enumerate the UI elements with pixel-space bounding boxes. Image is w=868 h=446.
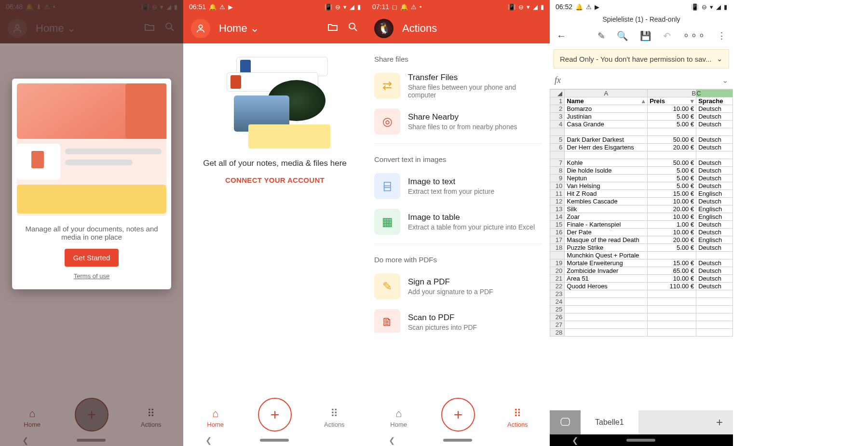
cell[interactable]: Bomarzo — [565, 105, 648, 113]
spreadsheet-grid[interactable]: ◢ A B C 1 Name ▴ Preis ▾ Sprache 2Bomarz… — [550, 89, 733, 337]
cell[interactable]: 50.00 € — [648, 159, 696, 167]
action-scan-pdf[interactable]: 🗎 Scan to PDFScan pictures into PDF — [374, 304, 542, 333]
row-number[interactable]: 9 — [550, 175, 565, 182]
cell[interactable]: Deutsch — [696, 136, 733, 144]
row-number[interactable]: 27 — [550, 321, 565, 329]
cell[interactable]: Area 51 — [565, 275, 648, 283]
cell[interactable]: 10.00 € — [648, 105, 696, 113]
cell[interactable]: Deutsch — [696, 113, 733, 121]
cell[interactable]: 10.00 € — [648, 275, 696, 283]
cell[interactable] — [696, 252, 733, 259]
cell[interactable] — [696, 151, 733, 159]
cell[interactable] — [648, 128, 696, 136]
add-sheet-button[interactable]: + — [706, 416, 733, 429]
cell[interactable] — [648, 329, 696, 337]
row-number[interactable]: 28 — [550, 329, 565, 337]
cell[interactable] — [696, 321, 733, 329]
col-header-b[interactable]: B — [648, 90, 696, 97]
row-number[interactable]: 22 — [550, 283, 565, 290]
sys-home-pill[interactable] — [626, 439, 655, 442]
sys-back-icon[interactable]: ❮ — [572, 436, 578, 445]
chevron-down-icon[interactable]: ⌄ — [722, 76, 728, 85]
undo-icon[interactable]: ↶ — [663, 30, 671, 41]
cell[interactable]: Deutsch — [696, 259, 733, 267]
cell[interactable]: Justinian — [565, 113, 648, 121]
save-icon[interactable]: 💾 — [640, 30, 651, 41]
cell[interactable]: Deutsch — [696, 167, 733, 175]
cell[interactable]: 65.00 € — [648, 267, 696, 275]
cell[interactable]: Deutsch — [696, 275, 733, 283]
action-share-nearby[interactable]: ◎ Share NearbyShare files to or from nea… — [374, 104, 542, 139]
cell[interactable] — [565, 298, 648, 306]
cell[interactable]: 20.00 € — [648, 144, 696, 151]
action-image-to-text[interactable]: ⌸ Image to textExtract text from your pi… — [374, 168, 542, 204]
cell[interactable]: Silk — [565, 205, 648, 213]
cell[interactable]: 1.00 € — [648, 221, 696, 229]
cell[interactable]: 10.00 € — [648, 198, 696, 205]
row-number[interactable]: 16 — [550, 229, 565, 236]
cell[interactable]: Van Helsing — [565, 182, 648, 190]
row-number[interactable]: 24 — [550, 298, 565, 306]
cell[interactable]: 110.00 € — [648, 283, 696, 290]
cell[interactable]: Munchkin Quest + Portale — [565, 252, 648, 259]
cell[interactable] — [648, 313, 696, 321]
select-all-cell[interactable]: ◢ — [550, 90, 565, 97]
row-number[interactable]: 25 — [550, 306, 565, 313]
cell[interactable]: Englisch — [696, 190, 733, 198]
cell[interactable]: 5.00 € — [648, 244, 696, 252]
header-title[interactable]: Home ⌄ — [219, 22, 327, 35]
row-number[interactable]: 13 — [550, 205, 565, 213]
cell[interactable] — [648, 298, 696, 306]
row-number[interactable]: 10 — [550, 182, 565, 190]
share-icon[interactable]: ⚬⚬⚬ — [682, 30, 705, 41]
readonly-banner[interactable]: Read Only - You don't have permission to… — [554, 49, 729, 68]
cell[interactable]: Neptun — [565, 175, 648, 182]
row-number[interactable]: 21 — [550, 275, 565, 283]
row-number[interactable]: 11 — [550, 190, 565, 198]
cell[interactable]: Deutsch — [696, 182, 733, 190]
cell[interactable]: Deutsch — [696, 283, 733, 290]
cell[interactable] — [696, 128, 733, 136]
cell[interactable] — [648, 321, 696, 329]
cell[interactable]: Name ▴ — [565, 97, 648, 105]
cell[interactable] — [565, 290, 648, 298]
cell[interactable] — [648, 290, 696, 298]
cell[interactable]: Der Herr des Eisgartens — [565, 144, 648, 151]
nav-home[interactable]: ⌂ Home — [377, 407, 420, 428]
cell[interactable]: Die holde Isolde — [565, 167, 648, 175]
cell[interactable] — [696, 329, 733, 337]
formula-input[interactable] — [569, 73, 722, 87]
row-number[interactable]: 17 — [550, 236, 565, 244]
cell[interactable]: Englisch — [696, 236, 733, 244]
cell[interactable]: Kembles Cascade — [565, 198, 648, 205]
cell[interactable]: 15.00 € — [648, 259, 696, 267]
cell[interactable]: 5.00 € — [648, 121, 696, 128]
row-number[interactable]: 6 — [550, 144, 565, 151]
cell[interactable]: 10.00 € — [648, 229, 696, 236]
row-number[interactable]: 8 — [550, 167, 565, 175]
formula-bar[interactable]: fx ⌄ — [550, 71, 733, 89]
cell[interactable]: Deutsch — [696, 267, 733, 275]
cell[interactable] — [696, 306, 733, 313]
row-number[interactable]: 12 — [550, 198, 565, 205]
row-number[interactable]: 14 — [550, 213, 565, 221]
cell[interactable] — [565, 306, 648, 313]
cell[interactable]: Puzzle Strike — [565, 244, 648, 252]
cell[interactable]: 10.00 € — [648, 213, 696, 221]
sys-home-pill[interactable] — [443, 439, 472, 442]
cell[interactable]: 5.00 € — [648, 182, 696, 190]
cell[interactable]: Zombicide Invader — [565, 267, 648, 275]
cell[interactable]: Casa Grande — [565, 121, 648, 128]
nav-actions[interactable]: ⠿ Actions — [496, 407, 539, 428]
sys-back-icon[interactable]: ❮ — [205, 436, 212, 445]
cell[interactable] — [565, 151, 648, 159]
cell[interactable]: 50.00 € — [648, 136, 696, 144]
more-icon[interactable]: ⋮ — [717, 30, 726, 41]
cell[interactable]: Deutsch — [696, 105, 733, 113]
cell[interactable]: Dark Darker Darkest — [565, 136, 648, 144]
avatar[interactable] — [191, 19, 210, 38]
cell[interactable]: Deutsch — [696, 144, 733, 151]
search-icon[interactable]: 🔍 — [617, 30, 628, 41]
nav-home[interactable]: ⌂ Home — [194, 407, 237, 428]
cell[interactable]: 15.00 € — [648, 190, 696, 198]
